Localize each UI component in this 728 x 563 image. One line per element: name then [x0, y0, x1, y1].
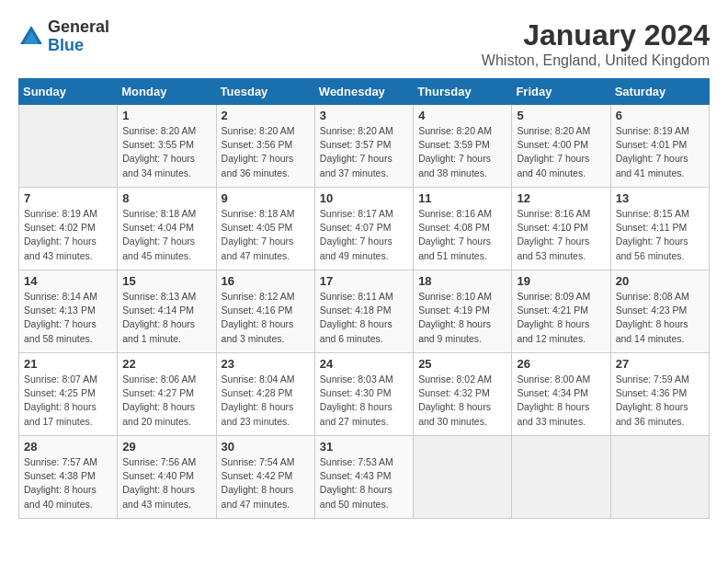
- calendar-cell: 6Sunrise: 8:19 AMSunset: 4:01 PMDaylight…: [610, 105, 709, 188]
- calendar-cell: 15Sunrise: 8:13 AMSunset: 4:14 PMDayligh…: [118, 270, 216, 353]
- calendar-cell: 5Sunrise: 8:20 AMSunset: 4:00 PMDaylight…: [512, 105, 610, 188]
- calendar-cell: 25Sunrise: 8:02 AMSunset: 4:32 PMDayligh…: [414, 353, 512, 436]
- calendar-cell: 2Sunrise: 8:20 AMSunset: 3:56 PMDaylight…: [216, 105, 314, 188]
- calendar-cell: [414, 436, 512, 519]
- title-block: January 2024 Whiston, England, United Ki…: [482, 18, 710, 69]
- header-day: Saturday: [610, 79, 709, 105]
- day-number: 25: [418, 357, 506, 371]
- day-number: 8: [122, 191, 210, 205]
- day-info: Sunrise: 7:56 AMSunset: 4:40 PMDaylight:…: [122, 455, 210, 511]
- day-number: 6: [616, 109, 704, 122]
- day-info: Sunrise: 8:03 AMSunset: 4:30 PMDaylight:…: [320, 373, 408, 429]
- day-info: Sunrise: 7:57 AMSunset: 4:38 PMDaylight:…: [24, 455, 112, 511]
- calendar-cell: 26Sunrise: 8:00 AMSunset: 4:34 PMDayligh…: [512, 353, 610, 436]
- day-info: Sunrise: 8:04 AMSunset: 4:28 PMDaylight:…: [222, 373, 310, 429]
- day-number: 18: [418, 274, 506, 288]
- day-info: Sunrise: 7:54 AMSunset: 4:42 PMDaylight:…: [222, 455, 310, 511]
- calendar-cell: 30Sunrise: 7:54 AMSunset: 4:42 PMDayligh…: [216, 436, 314, 519]
- day-number: 13: [616, 191, 704, 205]
- calendar-cell: 31Sunrise: 7:53 AMSunset: 4:43 PMDayligh…: [314, 436, 413, 519]
- day-info: Sunrise: 8:20 AMSunset: 3:57 PMDaylight:…: [320, 124, 408, 180]
- calendar-table: SundayMondayTuesdayWednesdayThursdayFrid…: [18, 78, 710, 519]
- calendar-cell: 20Sunrise: 8:08 AMSunset: 4:23 PMDayligh…: [610, 270, 709, 353]
- calendar-week-row: 1Sunrise: 8:20 AMSunset: 3:55 PMDaylight…: [19, 105, 710, 188]
- day-info: Sunrise: 7:59 AMSunset: 4:36 PMDaylight:…: [616, 373, 704, 429]
- calendar-cell: 14Sunrise: 8:14 AMSunset: 4:13 PMDayligh…: [19, 270, 118, 353]
- calendar-cell: 22Sunrise: 8:06 AMSunset: 4:27 PMDayligh…: [118, 353, 216, 436]
- day-number: 20: [616, 274, 704, 288]
- calendar-cell: 27Sunrise: 7:59 AMSunset: 4:36 PMDayligh…: [610, 353, 709, 436]
- day-info: Sunrise: 8:17 AMSunset: 4:07 PMDaylight:…: [320, 207, 408, 263]
- day-number: 15: [122, 274, 210, 288]
- day-number: 3: [320, 109, 408, 122]
- day-info: Sunrise: 8:19 AMSunset: 4:01 PMDaylight:…: [616, 124, 704, 180]
- calendar-cell: 13Sunrise: 8:15 AMSunset: 4:11 PMDayligh…: [610, 188, 709, 270]
- calendar-cell: [19, 105, 118, 188]
- calendar-cell: 23Sunrise: 8:04 AMSunset: 4:28 PMDayligh…: [216, 353, 314, 436]
- calendar-cell: 3Sunrise: 8:20 AMSunset: 3:57 PMDaylight…: [314, 105, 413, 188]
- calendar-cell: [610, 436, 709, 519]
- month-title: January 2024: [482, 18, 710, 52]
- day-number: 21: [24, 357, 112, 371]
- calendar-cell: 4Sunrise: 8:20 AMSunset: 3:59 PMDaylight…: [414, 105, 512, 188]
- day-number: 5: [517, 109, 605, 122]
- day-number: 9: [222, 191, 310, 205]
- calendar-body: 1Sunrise: 8:20 AMSunset: 3:55 PMDaylight…: [19, 105, 710, 519]
- day-info: Sunrise: 8:20 AMSunset: 4:00 PMDaylight:…: [517, 124, 605, 180]
- day-info: Sunrise: 8:06 AMSunset: 4:27 PMDaylight:…: [122, 373, 210, 429]
- day-number: 4: [418, 109, 506, 122]
- day-number: 29: [122, 440, 210, 454]
- day-info: Sunrise: 8:09 AMSunset: 4:21 PMDaylight:…: [517, 290, 605, 346]
- calendar-cell: 17Sunrise: 8:11 AMSunset: 4:18 PMDayligh…: [314, 270, 413, 353]
- day-info: Sunrise: 7:53 AMSunset: 4:43 PMDaylight:…: [320, 455, 408, 511]
- calendar-week-row: 14Sunrise: 8:14 AMSunset: 4:13 PMDayligh…: [19, 270, 710, 353]
- header-day: Sunday: [19, 79, 118, 105]
- day-number: 31: [320, 440, 408, 454]
- day-info: Sunrise: 8:19 AMSunset: 4:02 PMDaylight:…: [24, 207, 112, 263]
- logo-icon: [18, 24, 44, 50]
- day-number: 2: [222, 109, 310, 122]
- day-info: Sunrise: 8:02 AMSunset: 4:32 PMDaylight:…: [418, 373, 506, 429]
- calendar-cell: 10Sunrise: 8:17 AMSunset: 4:07 PMDayligh…: [314, 188, 413, 270]
- calendar-cell: 28Sunrise: 7:57 AMSunset: 4:38 PMDayligh…: [19, 436, 118, 519]
- calendar-cell: 7Sunrise: 8:19 AMSunset: 4:02 PMDaylight…: [19, 188, 118, 270]
- logo-general: General: [48, 18, 109, 37]
- day-number: 19: [517, 274, 605, 288]
- day-number: 23: [222, 357, 310, 371]
- day-number: 11: [418, 191, 506, 205]
- day-info: Sunrise: 8:07 AMSunset: 4:25 PMDaylight:…: [24, 373, 112, 429]
- day-info: Sunrise: 8:11 AMSunset: 4:18 PMDaylight:…: [320, 290, 408, 346]
- logo: General Blue: [18, 18, 109, 55]
- day-number: 12: [517, 191, 605, 205]
- day-info: Sunrise: 8:20 AMSunset: 3:59 PMDaylight:…: [418, 124, 506, 180]
- day-info: Sunrise: 8:12 AMSunset: 4:16 PMDaylight:…: [222, 290, 310, 346]
- day-number: 17: [320, 274, 408, 288]
- day-number: 14: [24, 274, 112, 288]
- day-number: 22: [122, 357, 210, 371]
- calendar-week-row: 21Sunrise: 8:07 AMSunset: 4:25 PMDayligh…: [19, 353, 710, 436]
- header-day: Thursday: [414, 79, 512, 105]
- logo-blue: Blue: [48, 37, 109, 55]
- day-info: Sunrise: 8:16 AMSunset: 4:10 PMDaylight:…: [517, 207, 605, 263]
- calendar-cell: 24Sunrise: 8:03 AMSunset: 4:30 PMDayligh…: [314, 353, 413, 436]
- day-number: 26: [517, 357, 605, 371]
- day-info: Sunrise: 8:08 AMSunset: 4:23 PMDaylight:…: [616, 290, 704, 346]
- calendar-cell: 8Sunrise: 8:18 AMSunset: 4:04 PMDaylight…: [118, 188, 216, 270]
- day-info: Sunrise: 8:14 AMSunset: 4:13 PMDaylight:…: [24, 290, 112, 346]
- day-info: Sunrise: 8:00 AMSunset: 4:34 PMDaylight:…: [517, 373, 605, 429]
- calendar-cell: 12Sunrise: 8:16 AMSunset: 4:10 PMDayligh…: [512, 188, 610, 270]
- header-row: SundayMondayTuesdayWednesdayThursdayFrid…: [19, 79, 710, 105]
- calendar-cell: [512, 436, 610, 519]
- day-info: Sunrise: 8:20 AMSunset: 3:55 PMDaylight:…: [122, 124, 210, 180]
- calendar-week-row: 7Sunrise: 8:19 AMSunset: 4:02 PMDaylight…: [19, 188, 710, 270]
- calendar-cell: 9Sunrise: 8:18 AMSunset: 4:05 PMDaylight…: [216, 188, 314, 270]
- calendar-cell: 21Sunrise: 8:07 AMSunset: 4:25 PMDayligh…: [19, 353, 118, 436]
- header-day: Wednesday: [314, 79, 413, 105]
- day-info: Sunrise: 8:20 AMSunset: 3:56 PMDaylight:…: [222, 124, 310, 180]
- header-day: Monday: [118, 79, 216, 105]
- day-info: Sunrise: 8:18 AMSunset: 4:04 PMDaylight:…: [122, 207, 210, 263]
- calendar-week-row: 28Sunrise: 7:57 AMSunset: 4:38 PMDayligh…: [19, 436, 710, 519]
- day-info: Sunrise: 8:13 AMSunset: 4:14 PMDaylight:…: [122, 290, 210, 346]
- calendar-cell: 29Sunrise: 7:56 AMSunset: 4:40 PMDayligh…: [118, 436, 216, 519]
- day-info: Sunrise: 8:15 AMSunset: 4:11 PMDaylight:…: [616, 207, 704, 263]
